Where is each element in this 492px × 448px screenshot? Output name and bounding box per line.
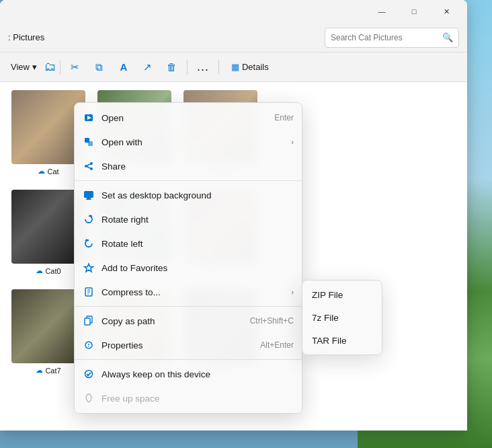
share-icon: ↗	[142, 62, 153, 73]
open-with-icon	[83, 136, 95, 148]
keep-icon	[83, 368, 95, 380]
share-button[interactable]: ↗	[137, 57, 159, 78]
content-area: ☁Cat Cat5.jpg ☁Cat0	[0, 82, 467, 431]
details-label: Details	[242, 62, 269, 72]
folder-icon: 🗂	[45, 62, 56, 73]
more-button[interactable]: ...	[192, 57, 214, 78]
svg-line-7	[86, 163, 91, 166]
submenu-item-7z[interactable]: 7z File	[302, 306, 382, 329]
copy-icon: ⧉	[94, 62, 105, 73]
desktop-icon	[83, 189, 95, 201]
title-bar: — □ ✕	[0, 0, 467, 23]
maximize-button[interactable]: □	[399, 1, 429, 22]
details-button[interactable]: ▦ Details	[226, 57, 274, 78]
menu-item-open[interactable]: Open Enter	[75, 106, 302, 130]
svg-rect-3	[88, 141, 93, 146]
menu-item-keep-device[interactable]: Always keep on this device	[75, 362, 302, 386]
svg-rect-11	[86, 199, 91, 200]
open-with-label: Open with	[101, 137, 284, 147]
menu-item-open-with[interactable]: Open with ›	[75, 130, 302, 154]
menu-item-rotate-right[interactable]: Rotate right	[75, 207, 302, 231]
menu-separator-1	[75, 180, 302, 181]
details-icon: ▦	[231, 62, 239, 72]
title-bar-controls: — □ ✕	[366, 1, 462, 22]
search-icon: 🔍	[442, 32, 453, 42]
free-icon	[83, 392, 95, 404]
submenu-item-zip[interactable]: ZIP File	[302, 283, 382, 306]
open-icon	[83, 112, 95, 124]
context-menu: Open Enter Open with ›	[74, 102, 302, 414]
svg-marker-14	[85, 264, 93, 272]
set-bg-label: Set as desktop background	[101, 190, 294, 200]
toolbar-separator-1	[60, 60, 60, 75]
toolbar: View ▾ 🗂 ✂ ⧉ A ↗ 🗑 ... ▦ Details	[0, 52, 467, 82]
copy-path-label: Copy as path	[101, 316, 243, 326]
rename-button[interactable]: A	[113, 57, 134, 78]
svg-line-8	[86, 166, 91, 169]
compress-icon	[83, 286, 95, 298]
address-bar: : Pictures 🔍	[0, 23, 467, 52]
minimize-button[interactable]: —	[366, 1, 397, 22]
search-box[interactable]: 🔍	[325, 28, 459, 48]
compress-arrow: ›	[291, 288, 294, 296]
menu-item-rotate-left[interactable]: Rotate left	[75, 231, 302, 256]
menu-item-free-space[interactable]: Free up space	[75, 386, 302, 410]
rotate-right-icon	[83, 213, 95, 225]
rotate-right-label: Rotate right	[101, 215, 294, 225]
menu-item-compress[interactable]: Compress to... › ZIP File 7z File TAR Fi…	[75, 280, 302, 304]
rename-icon: A	[118, 62, 129, 73]
compress-label: Compress to...	[101, 287, 284, 297]
star-icon	[83, 262, 95, 274]
view-button[interactable]: View ▾	[5, 57, 42, 78]
open-with-arrow: ›	[291, 138, 294, 146]
properties-icon	[83, 339, 95, 351]
free-space-label: Free up space	[101, 394, 294, 404]
open-shortcut: Enter	[274, 113, 294, 122]
svg-rect-20	[85, 318, 90, 325]
copy-path-shortcut: Ctrl+Shift+C	[250, 316, 294, 326]
menu-separator-3	[75, 359, 302, 360]
cloud-icon: ☁	[36, 266, 43, 275]
svg-point-24	[85, 371, 93, 378]
svg-point-23	[88, 346, 89, 347]
delete-button[interactable]: 🗑	[161, 57, 183, 78]
cloud-icon: ☁	[38, 167, 45, 176]
search-input[interactable]	[331, 33, 438, 42]
copy-path-icon	[83, 315, 95, 327]
menu-item-set-bg[interactable]: Set as desktop background	[75, 183, 302, 207]
cut-button[interactable]: ✂	[65, 57, 86, 78]
file-label: ☁Cat	[38, 167, 58, 176]
submenu-compress: ZIP File 7z File TAR File	[302, 280, 382, 355]
svg-rect-10	[87, 198, 91, 199]
properties-shortcut: Alt+Enter	[260, 340, 294, 350]
chevron-down-icon: ▾	[32, 62, 37, 72]
file-label: ☁Cat7	[36, 366, 60, 375]
add-fav-label: Add to Favorites	[101, 263, 294, 273]
trash-icon: 🗑	[167, 62, 177, 73]
svg-rect-9	[84, 191, 93, 198]
keep-device-label: Always keep on this device	[101, 369, 294, 379]
menu-item-copy-path[interactable]: Copy as path Ctrl+Shift+C	[75, 309, 302, 333]
submenu-item-tar[interactable]: TAR File	[302, 329, 382, 352]
menu-separator-2	[75, 306, 302, 307]
properties-label: Properties	[101, 340, 253, 350]
file-explorer-window: — □ ✕ : Pictures 🔍 View ▾ 🗂 ✂ ⧉ A ↗	[0, 0, 467, 431]
toolbar-separator-3	[218, 60, 219, 75]
address-text: : Pictures	[8, 32, 44, 42]
open-label: Open	[101, 113, 268, 123]
cloud-icon: ☁	[36, 366, 43, 375]
close-button[interactable]: ✕	[431, 1, 462, 22]
scissors-icon: ✂	[70, 62, 81, 73]
copy-button[interactable]: ⧉	[89, 57, 110, 78]
menu-item-add-fav[interactable]: Add to Favorites	[75, 256, 302, 280]
share-icon	[83, 160, 95, 172]
rotate-left-icon	[83, 237, 95, 250]
file-label: ☁Cat0	[36, 266, 60, 275]
toolbar-separator-2	[187, 60, 188, 75]
share-label: Share	[101, 161, 294, 172]
menu-item-properties[interactable]: Properties Alt+Enter	[75, 333, 302, 357]
view-label: View	[11, 62, 30, 72]
more-icon: ...	[197, 60, 209, 74]
menu-item-share[interactable]: Share	[75, 154, 302, 178]
rotate-left-label: Rotate left	[101, 239, 294, 249]
